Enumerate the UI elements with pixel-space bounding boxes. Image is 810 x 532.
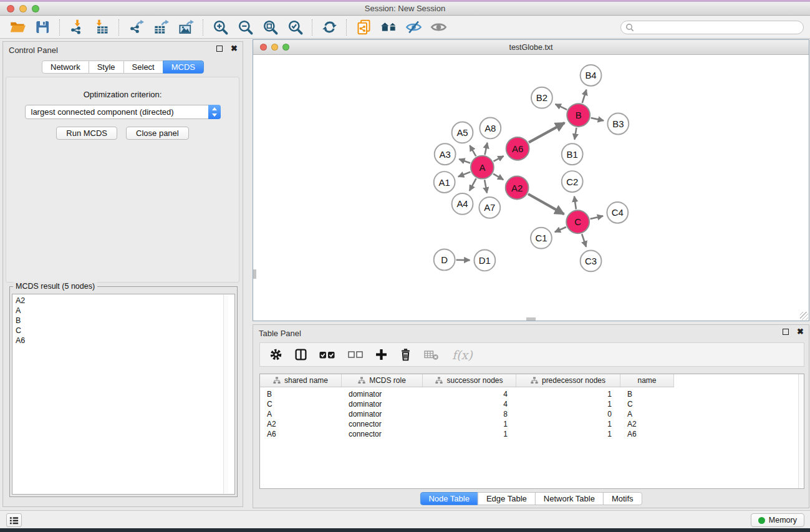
edge-B-B3[interactable] [591,118,604,120]
run-mcds-button[interactable]: Run MCDS [56,127,117,140]
function-builder-button[interactable]: f(x) [452,348,473,362]
save-session-button[interactable] [30,17,55,37]
minimize-network-window-button[interactable] [271,44,278,51]
table-row[interactable]: A2connector11A2 [260,419,804,429]
edge-C-C2[interactable] [574,196,576,210]
import-network-button[interactable] [64,17,89,37]
table-row[interactable]: Bdominator41B [260,389,804,399]
node-C3[interactable]: C3 [581,251,602,272]
table-row[interactable]: Cdominator41C [260,399,804,409]
vertical-scroll-thumb[interactable] [253,269,256,279]
column-header-shared-name[interactable]: shared name [260,374,342,387]
delete-table-button[interactable] [424,349,440,360]
tab-edge-table[interactable]: Edge Table [478,492,536,505]
edge-A6-B[interactable] [529,123,564,143]
float-table-panel-icon[interactable] [783,329,789,335]
tab-node-table[interactable]: Node Table [420,492,478,505]
show-panels-button[interactable] [6,513,22,527]
export-table-button[interactable] [148,17,173,37]
zoom-selected-button[interactable] [282,17,307,37]
node-D1[interactable]: D1 [474,250,495,271]
new-network-from-selection-button[interactable] [351,17,376,37]
node-C4[interactable]: C4 [607,202,628,223]
close-panel-button[interactable]: Close panel [126,127,189,140]
edge-B-B2[interactable] [555,104,567,110]
node-A[interactable]: A [471,156,494,179]
edge-A-A2[interactable] [493,174,503,180]
edge-A-A1[interactable] [458,172,470,177]
node-B4[interactable]: B4 [581,65,602,86]
table-row[interactable]: Adominator80A [260,409,804,419]
export-network-button[interactable] [123,17,148,37]
edge-A-A8[interactable] [485,143,487,155]
select-all-rows-button[interactable] [319,351,336,359]
edge-B-B1[interactable] [574,128,576,140]
zoom-window-button[interactable] [32,5,39,12]
tab-style[interactable]: Style [89,60,124,74]
mcds-result-list[interactable]: A2ABCA6 [12,294,235,495]
close-network-window-button[interactable] [260,44,267,51]
edge-A-A6[interactable] [493,156,503,162]
node-A6[interactable]: A6 [506,137,529,160]
column-header-predecessor-nodes[interactable]: predecessor nodes [516,374,620,387]
table-options-button[interactable] [269,348,282,361]
node-B3[interactable]: B3 [607,114,629,135]
column-header-successor-nodes[interactable]: successor nodes [423,374,516,387]
node-A3[interactable]: A3 [435,143,456,165]
import-table-button[interactable] [89,17,114,37]
mcds-result-item[interactable]: A2 [16,296,234,306]
node-A5[interactable]: A5 [452,122,473,143]
close-window-button[interactable] [7,5,14,12]
search-input[interactable] [620,21,804,34]
node-A7[interactable]: A7 [479,197,500,218]
node-D[interactable]: D [434,249,455,271]
edge-B-B4[interactable] [582,90,587,103]
zoom-network-window-button[interactable] [282,44,289,51]
node-A1[interactable]: A1 [434,172,455,193]
edge-A-A5[interactable] [470,145,476,156]
edge-A-A4[interactable] [470,178,476,191]
hide-selected-button[interactable] [401,17,426,37]
mcds-result-item[interactable]: C [16,326,234,336]
edge-A-A3[interactable] [459,159,470,163]
zoom-in-button[interactable] [208,17,233,37]
show-columns-button[interactable] [294,348,307,361]
node-C2[interactable]: C2 [562,171,583,192]
mcds-result-item[interactable]: B [16,316,234,326]
node-B[interactable]: B [567,104,590,127]
result-scrollbar[interactable] [223,295,228,493]
delete-column-button[interactable] [399,348,412,361]
show-all-button[interactable] [426,17,451,37]
network-canvas[interactable]: B4B2BB3A8A5A6A3B1AC2A1A2A4A7C4CC1C3DD1 [253,56,809,321]
node-A8[interactable]: A8 [480,118,501,139]
table-row[interactable]: A6connector11A6 [260,429,804,439]
tab-network-table[interactable]: Network Table [535,492,604,505]
home-layout-button[interactable] [376,17,401,37]
mcds-result-item[interactable]: A [16,306,234,316]
node-B1[interactable]: B1 [562,143,583,165]
memory-button[interactable]: Memory [751,513,804,527]
node-A4[interactable]: A4 [452,193,473,215]
edge-C-C3[interactable] [582,234,586,247]
edge-C-C4[interactable] [591,216,604,219]
minimize-window-button[interactable] [19,5,27,12]
horizontal-scroll-thumb[interactable] [526,317,536,321]
column-header-name[interactable]: name [620,374,674,387]
float-panel-icon[interactable] [216,46,223,52]
tab-select[interactable]: Select [123,60,163,74]
node-B2[interactable]: B2 [531,87,552,109]
zoom-fit-button[interactable] [258,17,282,37]
table-scrollbar[interactable] [798,374,804,488]
resize-grip-icon[interactable] [800,312,808,320]
node-C1[interactable]: C1 [531,228,552,249]
open-session-button[interactable] [5,17,30,37]
create-column-button[interactable] [375,349,387,360]
export-image-button[interactable] [173,17,198,37]
column-header-MCDS-role[interactable]: MCDS role [342,374,423,387]
edge-C-C1[interactable] [555,227,566,232]
edge-A-A7[interactable] [485,180,487,193]
mcds-result-item[interactable]: A6 [16,336,234,346]
refresh-button[interactable] [317,17,342,37]
optimization-criterion-select[interactable]: largest connected component (directed) [25,105,221,119]
zoom-out-button[interactable] [233,17,258,37]
